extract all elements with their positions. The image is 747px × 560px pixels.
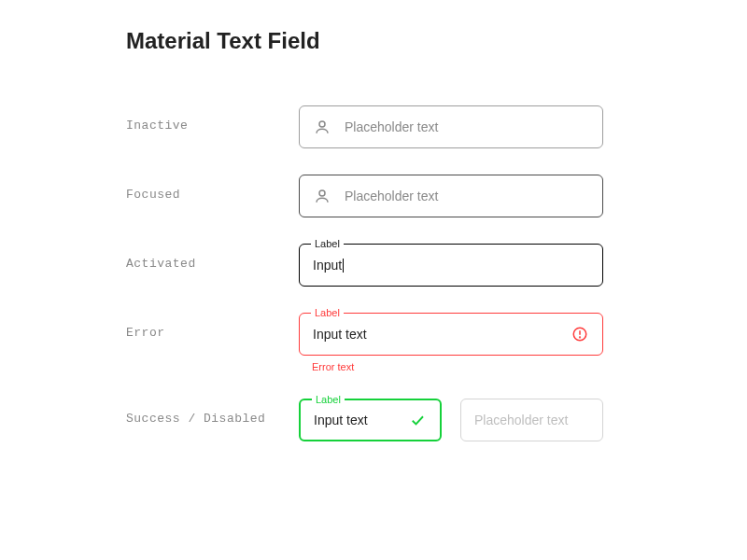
state-label-activated: Activated	[126, 244, 299, 271]
float-label: Label	[311, 237, 344, 250]
state-label-success-disabled: Success / Disabled	[126, 399, 299, 426]
error-icon	[571, 325, 589, 343]
svg-point-1	[319, 190, 325, 196]
float-label: Label	[311, 306, 344, 319]
textfield-focused[interactable]: Placeholder text	[299, 175, 603, 217]
textfield-error[interactable]: Label Input text	[299, 313, 603, 356]
person-icon	[313, 187, 331, 205]
state-label-focused: Focused	[126, 175, 299, 202]
state-label-inactive: Inactive	[126, 105, 299, 133]
textfield-placeholder: Placeholder text	[474, 413, 568, 427]
textfield-inactive[interactable]: Placeholder text	[299, 105, 603, 148]
textfield-placeholder: Placeholder text	[345, 119, 438, 134]
textfield-activated[interactable]: Label Input	[299, 244, 603, 287]
textfield-value: Input text	[314, 413, 368, 427]
check-icon	[408, 411, 427, 429]
textfield-placeholder: Placeholder text	[345, 189, 438, 203]
textfield-disabled: Placeholder text	[460, 399, 603, 441]
helper-text-error: Error text	[299, 361, 621, 372]
textfield-success[interactable]: Label Input text	[299, 399, 442, 441]
textfield-value: Input text	[313, 327, 367, 342]
person-icon	[313, 118, 331, 136]
state-label-error: Error	[126, 313, 299, 340]
svg-point-4	[580, 337, 581, 338]
page-title: Material Text Field	[126, 28, 621, 54]
textfield-value: Input	[313, 258, 344, 273]
svg-point-0	[319, 121, 325, 127]
float-label: Label	[312, 393, 345, 406]
